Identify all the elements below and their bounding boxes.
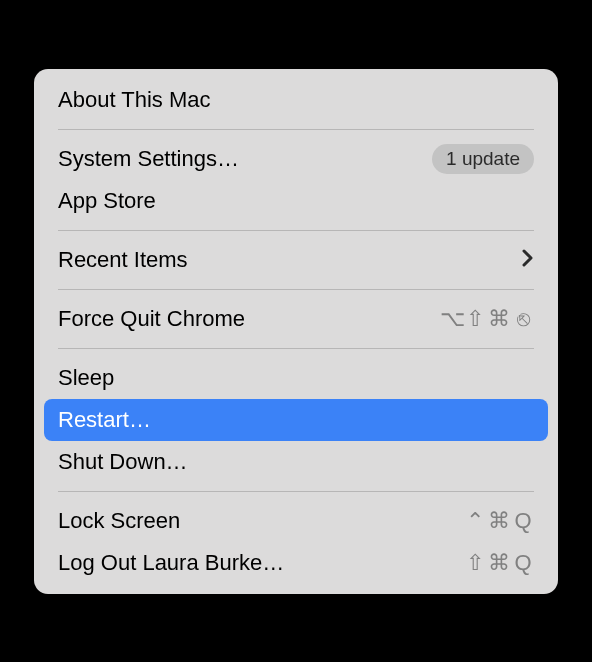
q-key: Q [512, 508, 534, 534]
menu-item-sleep[interactable]: Sleep [34, 357, 558, 399]
separator [58, 289, 534, 290]
menu-item-label: Sleep [58, 365, 114, 391]
menu-item-shutdown[interactable]: Shut Down… [34, 441, 558, 483]
menu-item-label: Restart… [58, 407, 151, 433]
command-key-icon: ⌘ [488, 508, 510, 534]
menu-item-label: Lock Screen [58, 508, 180, 534]
menu-item-label: App Store [58, 188, 156, 214]
lock-shortcut: ⌃ ⌘ Q [464, 508, 534, 534]
command-key-icon: ⌘ [488, 550, 510, 576]
chevron-right-icon [522, 247, 534, 273]
command-key-icon: ⌘ [488, 306, 510, 332]
menu-item-label: Log Out Laura Burke… [58, 550, 284, 576]
separator [58, 129, 534, 130]
separator [58, 230, 534, 231]
q-key: Q [512, 550, 534, 576]
shift-key-icon: ⇧ [464, 306, 486, 332]
menu-item-label: Shut Down… [58, 449, 188, 475]
menu-item-about[interactable]: About This Mac [34, 79, 558, 121]
force-quit-shortcut: ⌥ ⇧ ⌘ ⎋ [440, 306, 534, 332]
menu-item-label: Recent Items [58, 247, 188, 273]
logout-shortcut: ⇧ ⌘ Q [464, 550, 534, 576]
menu-item-recent-items[interactable]: Recent Items [34, 239, 558, 281]
option-key-icon: ⌥ [440, 306, 462, 332]
menu-item-restart[interactable]: Restart… [44, 399, 548, 441]
control-key-icon: ⌃ [464, 508, 486, 534]
shift-key-icon: ⇧ [464, 550, 486, 576]
menu-item-log-out[interactable]: Log Out Laura Burke… ⇧ ⌘ Q [34, 542, 558, 584]
separator [58, 491, 534, 492]
escape-key-icon: ⎋ [512, 306, 534, 332]
menu-item-lock-screen[interactable]: Lock Screen ⌃ ⌘ Q [34, 500, 558, 542]
menu-item-label: Force Quit Chrome [58, 306, 245, 332]
menu-item-app-store[interactable]: App Store [34, 180, 558, 222]
update-badge: 1 update [432, 144, 534, 174]
menu-item-label: System Settings… [58, 146, 239, 172]
apple-menu: About This Mac System Settings… 1 update… [34, 69, 558, 594]
separator [58, 348, 534, 349]
menu-item-label: About This Mac [58, 87, 210, 113]
menu-item-force-quit[interactable]: Force Quit Chrome ⌥ ⇧ ⌘ ⎋ [34, 298, 558, 340]
menu-item-system-settings[interactable]: System Settings… 1 update [34, 138, 558, 180]
